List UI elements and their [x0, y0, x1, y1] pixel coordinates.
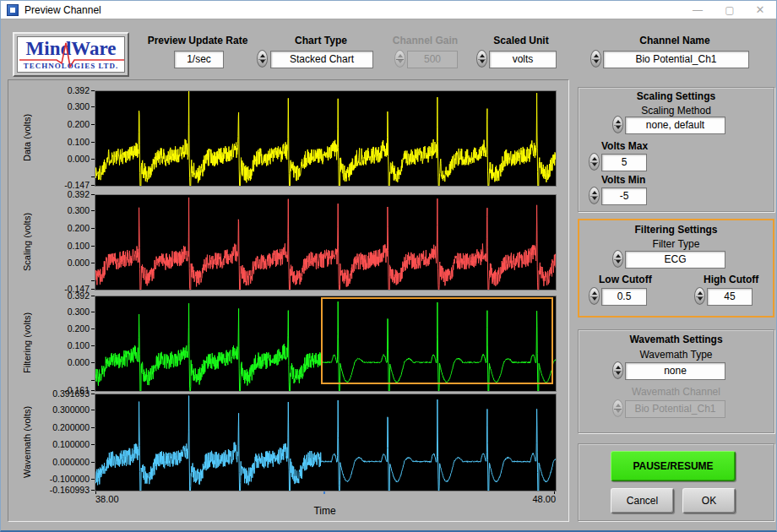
- spinner-divider: [590, 196, 598, 197]
- wavemath-channel-value: Bio Potential_Ch1: [625, 400, 725, 418]
- ok-button[interactable]: OK: [682, 488, 736, 513]
- channel-name-spinner[interactable]: [590, 50, 601, 68]
- channel-name-value[interactable]: Bio Potential_Ch1: [603, 51, 749, 68]
- spinner-up-arrow-icon[interactable]: [594, 54, 599, 57]
- spinner-up-arrow-icon[interactable]: [260, 54, 265, 57]
- low-cutoff-label: Low Cutoff: [599, 274, 666, 285]
- spinner-down-arrow-icon[interactable]: [260, 60, 265, 63]
- spinner-down-arrow-icon[interactable]: [594, 60, 599, 63]
- spinner-divider: [590, 296, 598, 297]
- waveform-plot-filtering[interactable]: [95, 296, 557, 392]
- scaled-unit-value[interactable]: volts: [489, 51, 557, 68]
- x-axis-label: Time: [95, 505, 555, 517]
- spinner-divider: [696, 296, 704, 297]
- filter-preview-selection-box[interactable]: [321, 297, 553, 384]
- y-tick-label: 0.100: [32, 340, 90, 350]
- logo-subtitle-text: TECHNOLOGIES LTD.: [18, 62, 124, 70]
- spinner-divider: [258, 59, 266, 60]
- high-cutoff-value[interactable]: 45: [707, 288, 753, 306]
- y-tick-label: 0.300: [32, 205, 90, 215]
- y-tick-label: 0.392: [32, 189, 90, 199]
- spinner-up-arrow-icon[interactable]: [616, 254, 621, 258]
- close-button[interactable]: ✕: [746, 1, 774, 19]
- low-cutoff-spinner[interactable]: [589, 287, 600, 305]
- waveform-trace-data: [95, 91, 556, 186]
- wavemath-type-spinner[interactable]: [612, 361, 623, 379]
- scaled-unit-label: Scaled Unit: [474, 35, 568, 46]
- preview-update-rate-value[interactable]: 1/sec: [174, 51, 224, 68]
- spinner-down-arrow-icon[interactable]: [616, 260, 621, 263]
- y-tick-label: 0.000: [32, 154, 90, 164]
- scaled-unit-spinner[interactable]: [476, 50, 487, 68]
- high-cutoff-spinner[interactable]: [694, 287, 705, 305]
- y-tick-label: 0.200: [32, 223, 90, 233]
- spinner-up-arrow-icon: [398, 54, 403, 57]
- mindware-logo: MindWare TECHNOLOGIES LTD.: [13, 32, 129, 77]
- x-tick-label-max: 48.00: [520, 494, 556, 504]
- cancel-button[interactable]: Cancel: [611, 488, 674, 513]
- y-tick-label: 0.391693: [32, 388, 90, 399]
- pause-resume-button[interactable]: PAUSE/RESUME: [611, 451, 736, 481]
- scaling-method-spinner[interactable]: [612, 116, 623, 133]
- filter-type-value[interactable]: ECG: [625, 251, 725, 269]
- spinner-divider: [614, 371, 622, 372]
- chart-type-label: Chart Type: [269, 35, 372, 46]
- y-tick-label: 0.000000: [32, 457, 90, 467]
- mindware-logo-inner: MindWare TECHNOLOGIES LTD.: [17, 36, 125, 73]
- y-tick-label: 0.100000: [32, 439, 90, 449]
- app-icon-glyph: [10, 8, 15, 13]
- chart-type-spinner[interactable]: [257, 50, 268, 68]
- spinner-up-arrow-icon[interactable]: [616, 366, 621, 369]
- spinner-up-arrow-icon: [616, 404, 621, 407]
- spinner-down-arrow-icon[interactable]: [592, 197, 597, 200]
- y-tick-label: 0.300000: [32, 404, 90, 415]
- maximize-button[interactable]: ▢: [715, 1, 744, 19]
- volts-min-value[interactable]: -5: [601, 187, 647, 205]
- y-tick-label: 0.200: [32, 119, 90, 129]
- window-title: Preview Channel: [24, 4, 101, 16]
- preview-update-rate-label: Preview Update Rate: [136, 35, 259, 46]
- volts-max-spinner[interactable]: [589, 153, 600, 171]
- spinner-down-arrow-icon: [616, 410, 621, 413]
- spinner-divider: [614, 125, 622, 126]
- low-cutoff-value[interactable]: 0.5: [601, 288, 647, 306]
- spinner-divider: [592, 59, 600, 60]
- title-bar[interactable]: Preview Channel — ▢ ✕: [1, 1, 776, 19]
- spinner-down-arrow-icon[interactable]: [592, 163, 597, 166]
- waveform-plot-scaling[interactable]: [95, 194, 557, 290]
- wavemath-settings-title: Wavemath Settings: [578, 334, 774, 345]
- spinner-up-arrow-icon[interactable]: [480, 54, 485, 57]
- spinner-up-arrow-icon[interactable]: [592, 157, 597, 160]
- channel-gain-spinner: [394, 50, 405, 68]
- waveform-plot-wavemath[interactable]: [95, 394, 557, 491]
- chart-type-value[interactable]: Stacked Chart: [270, 51, 373, 68]
- volts-max-value[interactable]: 5: [601, 154, 647, 171]
- spinner-up-arrow-icon[interactable]: [698, 291, 703, 295]
- wavemath-type-label: Wavemath Type: [578, 349, 774, 361]
- spinner-up-arrow-icon[interactable]: [592, 291, 597, 295]
- y-tick-label: 0.100: [32, 241, 90, 251]
- y-tick-label: 0.392: [32, 85, 90, 95]
- y-tick-label: 0.300: [32, 101, 90, 111]
- filter-type-spinner[interactable]: [612, 250, 623, 268]
- volts-min-spinner[interactable]: [589, 187, 600, 204]
- wavemath-channel-label: Wavemath Channel: [578, 386, 774, 398]
- spinner-up-arrow-icon[interactable]: [616, 120, 621, 123]
- scaling-method-value[interactable]: none, default: [625, 117, 725, 134]
- spinner-down-arrow-icon[interactable]: [698, 297, 703, 301]
- scaling-method-label: Scaling Method: [578, 105, 774, 117]
- spinner-down-arrow-icon[interactable]: [616, 372, 621, 375]
- minimize-button[interactable]: —: [683, 1, 712, 19]
- volts-min-label: Volts Min: [601, 174, 669, 186]
- spinner-up-arrow-icon[interactable]: [592, 191, 597, 194]
- channel-name-label: Channel Name: [600, 35, 749, 46]
- spinner-down-arrow-icon[interactable]: [480, 60, 485, 63]
- channel-gain-value: 500: [407, 51, 458, 68]
- charts-panel: 38.00 48.00 Time Data (volts)0.3920.3000…: [8, 79, 569, 522]
- x-tick-label-min: 38.00: [95, 494, 131, 504]
- spinner-down-arrow-icon[interactable]: [592, 297, 597, 301]
- spinner-down-arrow-icon[interactable]: [616, 126, 621, 129]
- wavemath-type-value[interactable]: none: [625, 362, 725, 380]
- spinner-divider: [396, 59, 404, 60]
- waveform-plot-data[interactable]: [95, 90, 557, 187]
